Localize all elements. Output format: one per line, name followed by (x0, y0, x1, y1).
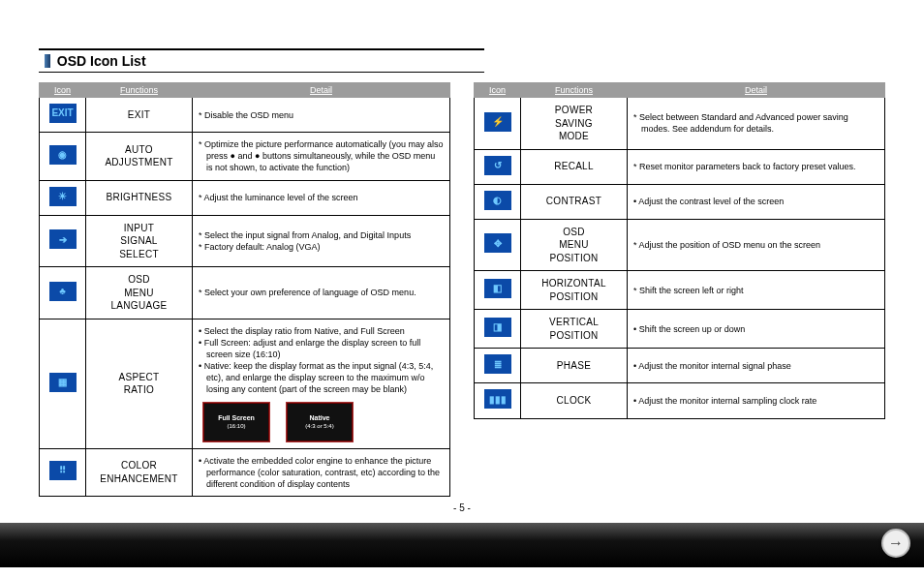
function-cell: RECALL (521, 149, 628, 184)
col-header-detail: Detail (193, 83, 450, 98)
table-row: ◉AUTOADJUSTMENT* Optimize the picture pe… (40, 133, 450, 180)
hpos-icon: ◧ (484, 279, 511, 298)
icon-cell: ↺ (475, 149, 521, 184)
footer-bar: → (0, 523, 924, 567)
function-cell: OSDMENULANGUAGE (86, 267, 193, 319)
osd-table-right: Icon Functions Detail ⚡POWERSAVINGMODE* … (474, 82, 885, 419)
detail-line: • Adjust the monitor internal sampling c… (633, 395, 878, 407)
right-column: Icon Functions Detail ⚡POWERSAVINGMODE* … (474, 82, 885, 497)
table-row: ➔INPUTSIGNALSELECT* Select the input sig… (40, 215, 450, 267)
detail-cell: • Adjust the contrast level of the scree… (628, 184, 885, 219)
detail-line: * Disable the OSD menu (199, 109, 444, 121)
detail-line: • Activate the embedded color engine to … (199, 455, 444, 490)
col-header-icon: Icon (475, 83, 521, 98)
icon-cell: ◐ (475, 184, 521, 219)
detail-line: • Adjust the monitor internal signal pha… (633, 360, 878, 372)
icon-cell: ⠿ (40, 448, 86, 496)
table-row: ☀BRIGHTNESS* Adjust the luminance level … (40, 180, 450, 215)
detail-line: • Select the display ratio from Native, … (199, 325, 444, 337)
left-column: Icon Functions Detail EXITEXIT* Disable … (39, 82, 450, 497)
icon-cell: ➔ (40, 215, 86, 267)
detail-cell: * Shift the screen left or right (628, 271, 885, 310)
table-row: ♣OSDMENULANGUAGE* Select your own prefer… (40, 267, 450, 319)
auto-icon: ◉ (49, 145, 77, 165)
function-cell: CONTRAST (521, 184, 628, 219)
aspect-thumb-b: Native(4:3 or 5:4) (286, 402, 354, 442)
table-row: ▦ASPECTRATIO• Select the display ratio f… (40, 319, 450, 448)
detail-line: * Select the input signal from Analog, a… (199, 229, 444, 241)
detail-cell: • Adjust the monitor internal signal pha… (628, 349, 885, 383)
icon-cell: ✥ (475, 219, 521, 271)
detail-line: * Select your own preference of language… (199, 287, 444, 298)
detail-line: * Select between Standard and Advanced p… (633, 111, 878, 135)
icon-cell: ▮▮▮ (475, 383, 521, 418)
detail-line: * Adjust the luminance level of the scre… (199, 192, 444, 203)
function-cell: EXIT (86, 98, 193, 133)
function-cell: POWERSAVINGMODE (521, 98, 628, 150)
table-row: ◧HORIZONTALPOSITION* Shift the screen le… (475, 271, 885, 310)
function-cell: VERTICALPOSITION (521, 310, 628, 349)
table-row: ↺RECALL* Reset monitor parameters back t… (475, 149, 885, 184)
osd-table-left: Icon Functions Detail EXITEXIT* Disable … (39, 82, 450, 497)
manual-page: OSD Icon List Icon Functions Detail EXIT… (0, 0, 924, 523)
function-cell: INPUTSIGNALSELECT (86, 215, 193, 267)
detail-line: * Shift the screen left or right (633, 285, 878, 296)
tables-row: Icon Functions Detail EXITEXIT* Disable … (39, 82, 885, 497)
col-header-functions: Functions (86, 83, 193, 98)
icon-cell: ◉ (40, 133, 86, 180)
exit-icon: EXIT (49, 104, 77, 123)
col-header-detail: Detail (628, 83, 885, 98)
aspect-thumb-a: Full Screen(16:10) (202, 402, 270, 442)
table-row: ▮▮▮CLOCK• Adjust the monitor internal sa… (475, 383, 885, 418)
detail-line: * Optimize the picture performance autom… (199, 138, 444, 173)
detail-line: * Reset monitor parameters back to facto… (633, 161, 878, 172)
heading-accent-icon (45, 54, 50, 68)
detail-cell: • Shift the screen up or down (628, 310, 885, 349)
detail-cell: * Select your own preference of language… (193, 267, 450, 319)
col-header-icon: Icon (40, 83, 86, 98)
icon-cell: ≣ (475, 349, 521, 383)
icon-cell: EXIT (40, 98, 86, 133)
osdpos-icon: ✥ (484, 233, 511, 253)
power-icon: ⚡ (484, 112, 511, 132)
detail-cell: • Activate the embedded color engine to … (193, 448, 450, 496)
detail-cell: * Adjust the luminance level of the scre… (193, 180, 450, 215)
icon-cell: ◨ (475, 310, 521, 349)
detail-cell: • Select the display ratio from Native, … (193, 319, 450, 448)
icon-cell: ☀ (40, 180, 86, 215)
table-row: ⚡POWERSAVINGMODE* Select between Standar… (475, 98, 885, 150)
aspect-icon: ▦ (49, 373, 77, 392)
table-row: ≣PHASE• Adjust the monitor internal sign… (475, 349, 885, 383)
clock-icon: ▮▮▮ (484, 389, 511, 409)
detail-line: • Native: keep the display format as the… (199, 360, 444, 395)
detail-cell: * Disable the OSD menu (193, 98, 450, 133)
detail-cell: * Optimize the picture performance autom… (193, 133, 450, 180)
icon-cell: ▦ (40, 319, 86, 448)
detail-cell: * Select the input signal from Analog, a… (193, 215, 450, 267)
input-icon: ➔ (49, 229, 77, 249)
page-number: - 5 - (39, 502, 885, 513)
phase-icon: ≣ (484, 354, 511, 374)
detail-cell: • Adjust the monitor internal sampling c… (628, 383, 885, 418)
next-page-button[interactable]: → (881, 529, 910, 558)
detail-line: • Adjust the contrast level of the scree… (633, 196, 878, 207)
function-cell: BRIGHTNESS (86, 180, 193, 215)
detail-cell: * Reset monitor parameters back to facto… (628, 149, 885, 184)
arrow-right-icon: → (888, 534, 904, 552)
detail-cell: * Adjust the position of OSD menu on the… (628, 219, 885, 271)
function-cell: PHASE (521, 349, 628, 383)
lang-icon: ♣ (49, 282, 77, 301)
function-cell: HORIZONTALPOSITION (521, 271, 628, 310)
table-row: ◨VERTICALPOSITION• Shift the screen up o… (475, 310, 885, 349)
icon-cell: ♣ (40, 267, 86, 319)
icon-cell: ⚡ (475, 98, 521, 150)
detail-line: * Factory default: Analog (VGA) (199, 241, 444, 253)
function-cell: COLORENHANCEMENT (86, 448, 193, 496)
bright-icon: ☀ (49, 187, 77, 206)
function-cell: CLOCK (521, 383, 628, 418)
icon-cell: ◧ (475, 271, 521, 310)
section-title: OSD Icon List (57, 53, 146, 69)
detail-line: • Full Screen: adjust and enlarge the di… (199, 337, 444, 360)
aspect-thumbs: Full Screen(16:10)Native(4:3 or 5:4) (202, 402, 444, 442)
col-header-functions: Functions (521, 83, 628, 98)
